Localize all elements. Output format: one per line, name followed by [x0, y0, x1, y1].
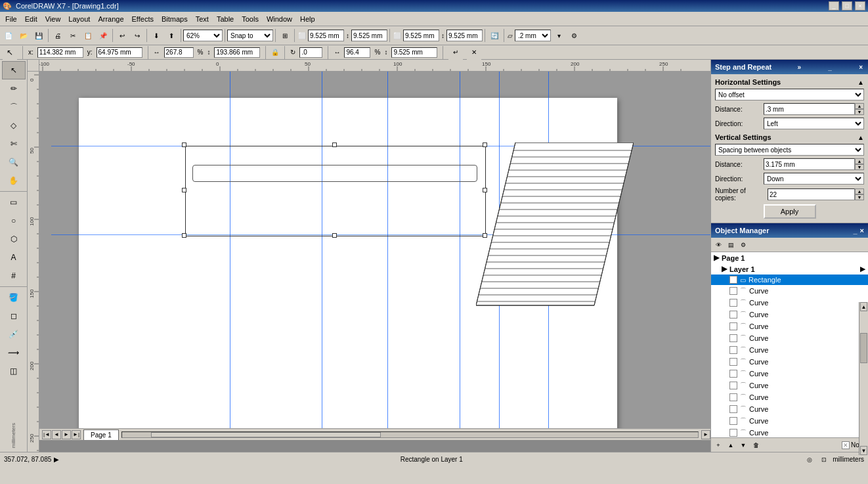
print-btn[interactable]: 🖨: [51, 28, 65, 43]
table-tool[interactable]: #: [2, 267, 26, 285]
status-btn1[interactable]: ◎: [804, 454, 815, 466]
v-dist-down[interactable]: ▼: [855, 164, 864, 170]
menu-effects[interactable]: Effects: [128, 14, 158, 24]
tree-page-1[interactable]: ▶ Page 1: [711, 252, 868, 263]
crop-tool[interactable]: ✄: [2, 135, 26, 153]
sy-coord[interactable]: [391, 47, 437, 58]
minimize-btn[interactable]: _: [829, 1, 839, 11]
y-coord[interactable]: [97, 47, 142, 58]
menu-help[interactable]: Help: [296, 14, 319, 24]
h-dir-select[interactable]: Left: [764, 118, 864, 129]
freehand-tool[interactable]: ✏: [2, 79, 26, 98]
zoom-select[interactable]: 62%: [183, 30, 223, 41]
cut-btn[interactable]: ✂: [66, 28, 80, 43]
paste-btn[interactable]: 📌: [96, 28, 110, 43]
menu-text[interactable]: Text: [192, 14, 213, 24]
handle-ml[interactable]: [182, 188, 186, 192]
h-scrollbar[interactable]: |◄ ◄ ► ►| Page 1 ►: [39, 428, 710, 440]
tree-item-curve-9[interactable]: ⌒ Curve: [711, 380, 868, 391]
tree-item-curve-13[interactable]: ⌒ Curve: [711, 427, 868, 437]
rot-coord[interactable]: [299, 47, 322, 58]
w-coord[interactable]: [164, 47, 194, 58]
handle-bl[interactable]: [182, 233, 186, 238]
menu-layout[interactable]: Layout: [64, 14, 94, 24]
status-btn2[interactable]: ⊡: [818, 454, 830, 466]
tree-scrollbar[interactable]: ▲ ▼: [859, 302, 868, 452]
delete-layer-btn[interactable]: 🗑: [750, 439, 762, 451]
sx-coord[interactable]: [344, 47, 370, 58]
canvas-content[interactable]: |◄ ◄ ► ►| Page 1 ►: [39, 72, 710, 440]
tree-item-rectangle[interactable]: ▭ Rectangle: [711, 275, 868, 285]
move-down-btn[interactable]: ▼: [737, 439, 749, 451]
eyedropper-tool[interactable]: 💉: [2, 325, 26, 343]
width-input1[interactable]: [308, 30, 344, 41]
obj-props-btn[interactable]: ⚙: [737, 239, 749, 251]
menu-window[interactable]: Window: [263, 14, 296, 24]
zoom-tool[interactable]: 🔍: [2, 153, 26, 171]
snap-toggle[interactable]: ⊞: [278, 28, 292, 43]
rectangle-object[interactable]: [185, 146, 486, 236]
h-offset-select[interactable]: No offset: [715, 89, 864, 100]
v-offset-select[interactable]: Spacing between objects: [715, 144, 864, 156]
menu-edit[interactable]: Edit: [21, 14, 41, 24]
shape-tool[interactable]: ◇: [2, 116, 26, 135]
fill-tool[interactable]: 🪣: [2, 288, 26, 307]
move-up-btn[interactable]: ▲: [725, 439, 737, 451]
menu-view[interactable]: View: [41, 14, 65, 24]
copies-down[interactable]: ▼: [855, 194, 864, 200]
tree-item-curve-8[interactable]: ⌒ Curve: [711, 368, 868, 380]
handle-bm[interactable]: [332, 233, 337, 238]
striped-parallelogram[interactable]: [476, 143, 634, 307]
h-dist-down[interactable]: ▼: [855, 109, 864, 115]
sync-btn[interactable]: ⚙: [567, 28, 581, 43]
handle-tl[interactable]: [182, 143, 186, 147]
h-coord[interactable]: [214, 47, 260, 58]
new-layer-btn[interactable]: +: [712, 439, 724, 451]
x-coord[interactable]: [37, 47, 83, 58]
menu-file[interactable]: File: [1, 14, 21, 24]
shadow-tool[interactable]: ◫: [2, 362, 26, 380]
ellipse-tool[interactable]: ○: [2, 211, 26, 230]
copies-input[interactable]: [768, 188, 855, 200]
v-dist-input[interactable]: [764, 158, 855, 170]
polygon-tool[interactable]: ⬡: [2, 230, 26, 248]
tree-item-curve-6[interactable]: ⌒ Curve: [711, 344, 868, 356]
menu-table[interactable]: Table: [213, 14, 238, 24]
rotate-btn[interactable]: 🔄: [487, 28, 502, 43]
tree-item-curve-11[interactable]: ⌒ Curve: [711, 403, 868, 415]
import-btn[interactable]: ⬇: [149, 28, 163, 43]
tree-item-curve-2[interactable]: ⌒ Curve: [711, 297, 868, 309]
copies-up[interactable]: ▲: [855, 188, 864, 194]
fill-swatch[interactable]: ✕: [842, 441, 850, 449]
height-input2[interactable]: [446, 30, 483, 41]
step-repeat-close[interactable]: ×: [857, 64, 864, 71]
scroll-right[interactable]: ►: [701, 430, 710, 439]
hscroll-thumb[interactable]: [151, 432, 381, 437]
menu-tools[interactable]: Tools: [238, 14, 263, 24]
text-tool[interactable]: A: [2, 248, 26, 267]
obj-mgr-minimize[interactable]: _: [853, 227, 857, 234]
new-btn[interactable]: 📄: [1, 28, 16, 43]
tree-item-curve-10[interactable]: ⌒ Curve: [711, 391, 868, 403]
pan-tool[interactable]: ✋: [2, 171, 26, 190]
h-dist-input[interactable]: [764, 103, 855, 115]
select-tool-indicator[interactable]: ↖: [3, 45, 17, 60]
h-dist-up[interactable]: ▲: [855, 103, 864, 109]
export-btn[interactable]: ⬆: [164, 28, 179, 43]
rect-tool[interactable]: ▭: [2, 193, 26, 211]
step-repeat-minimize[interactable]: _: [827, 64, 833, 71]
handle-tm[interactable]: [332, 143, 337, 147]
tab-first[interactable]: |◄: [42, 430, 51, 439]
tab-last[interactable]: ►|: [72, 430, 81, 439]
tree-scroll-down[interactable]: ▼: [860, 446, 867, 452]
open-btn[interactable]: 📂: [16, 28, 31, 43]
select-tool[interactable]: ↖: [2, 61, 26, 79]
outline-tool[interactable]: ◻: [2, 307, 26, 325]
copy-btn[interactable]: 📋: [81, 28, 95, 43]
tree-item-curve-5[interactable]: ⌒ Curve: [711, 332, 868, 344]
close-btn[interactable]: ×: [855, 1, 865, 11]
tab-next[interactable]: ►: [62, 430, 71, 439]
apply-transform[interactable]: ↵: [448, 45, 463, 60]
bezier-tool[interactable]: ⌒: [2, 98, 26, 116]
tree-scroll-thumb[interactable]: [860, 333, 867, 364]
